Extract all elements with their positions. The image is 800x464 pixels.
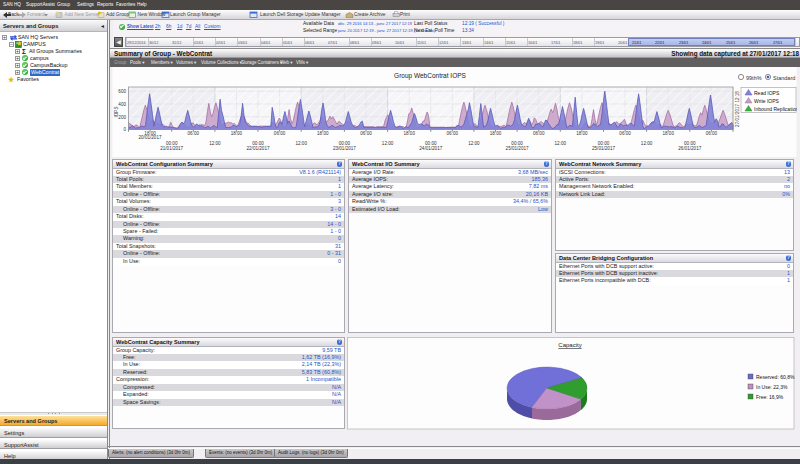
svg-text:Group WebContrat IOPS: Group WebContrat IOPS bbox=[394, 72, 466, 80]
svg-text:12:00: 12:00 bbox=[555, 141, 567, 146]
svg-text:24/01/2017: 24/01/2017 bbox=[419, 146, 442, 151]
svg-text:18:00: 18:00 bbox=[576, 131, 588, 136]
svg-text:25/01/2017: 25/01/2017 bbox=[592, 146, 615, 151]
svg-text:06:00: 06:00 bbox=[360, 131, 372, 136]
svg-text:600: 600 bbox=[118, 89, 126, 94]
svg-text:0: 0 bbox=[123, 127, 126, 132]
svg-text:06:00: 06:00 bbox=[619, 131, 631, 136]
svg-text:06:00: 06:00 bbox=[188, 131, 200, 136]
svg-text:12:00: 12:00 bbox=[295, 141, 307, 146]
svg-text:06:00: 06:00 bbox=[447, 131, 459, 136]
svg-text:21/01/2017: 21/01/2017 bbox=[160, 146, 183, 151]
svg-text:26/01/2017: 26/01/2017 bbox=[678, 146, 701, 151]
svg-text:22/01/2017: 22/01/2017 bbox=[247, 146, 270, 151]
svg-text:06:00: 06:00 bbox=[274, 131, 286, 136]
svg-text:18:00: 18:00 bbox=[403, 131, 415, 136]
svg-text:18:00: 18:00 bbox=[662, 131, 674, 136]
svg-text:12:00: 12:00 bbox=[209, 141, 221, 146]
svg-text:20/01/2017: 20/01/2017 bbox=[139, 135, 162, 140]
svg-text:23/01/2017: 23/01/2017 bbox=[333, 146, 356, 151]
svg-text:06:00: 06:00 bbox=[533, 131, 545, 136]
svg-text:Standard: Standard bbox=[773, 75, 795, 81]
svg-text:Reserved: 60,8%: Reserved: 60,8% bbox=[756, 374, 795, 380]
svg-text:Read IOPS: Read IOPS bbox=[754, 90, 780, 96]
svg-text:Write IOPS: Write IOPS bbox=[754, 98, 780, 104]
svg-text:12:00: 12:00 bbox=[641, 141, 653, 146]
svg-text:25/01/2017: 25/01/2017 bbox=[506, 146, 529, 151]
svg-text:18:00: 18:00 bbox=[231, 131, 243, 136]
svg-text:400: 400 bbox=[118, 102, 126, 107]
svg-text:99th%: 99th% bbox=[746, 75, 762, 81]
svg-text:Inbound Replication: Inbound Replication bbox=[754, 106, 797, 112]
svg-text:27/01/2017 12:18: 27/01/2017 12:18 bbox=[735, 91, 740, 127]
svg-text:Capacity: Capacity bbox=[558, 342, 581, 348]
svg-text:12:00: 12:00 bbox=[468, 141, 480, 146]
svg-text:12:00: 12:00 bbox=[382, 141, 394, 146]
svg-text:18:00: 18:00 bbox=[317, 131, 329, 136]
svg-text:200: 200 bbox=[118, 115, 126, 120]
svg-text:Free: 16,9%: Free: 16,9% bbox=[756, 394, 784, 400]
svg-text:06:00: 06:00 bbox=[706, 131, 718, 136]
svg-text:In Use: 22,3%: In Use: 22,3% bbox=[756, 384, 788, 390]
svg-text:18:00: 18:00 bbox=[490, 131, 502, 136]
